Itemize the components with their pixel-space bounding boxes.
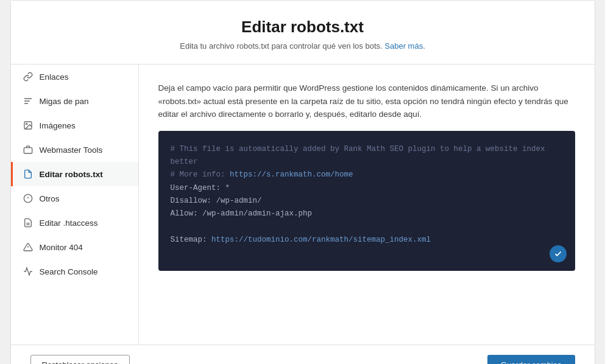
sidebar-item-label: Webmaster Tools xyxy=(40,145,103,155)
description-text: Deja el campo vacío para permitir que Wo… xyxy=(158,82,575,121)
save-button[interactable]: Guardar cambios xyxy=(487,355,575,364)
checkmark-icon xyxy=(554,250,562,258)
sidebar-item-searchconsole[interactable]: Search Console xyxy=(11,259,138,284)
reset-button[interactable]: Restablecer opciones xyxy=(30,355,130,364)
page-title: Editar robots.txt xyxy=(23,18,582,37)
body-layout: Enlaces Migas de pan Imágenes Webmaster … xyxy=(11,65,595,345)
code-editor[interactable]: # This file is automatically added by Ra… xyxy=(158,131,575,271)
doc-icon xyxy=(23,217,34,228)
sidebar-item-label: Editar robots.txt xyxy=(40,170,103,179)
main-container: Editar robots.txt Edita tu archivo robot… xyxy=(10,0,595,364)
main-content: Deja el campo vacío para permitir que Wo… xyxy=(139,65,595,345)
sidebar-item-label: Editar .htaccess xyxy=(40,219,98,228)
images-icon xyxy=(23,120,34,131)
page-header: Editar robots.txt Edita tu archivo robot… xyxy=(11,1,595,65)
sidebar-item-imagenes[interactable]: Imágenes xyxy=(11,113,138,138)
sidebar-item-label: Imágenes xyxy=(40,121,76,130)
sidebar: Enlaces Migas de pan Imágenes Webmaster … xyxy=(11,65,139,345)
check-badge xyxy=(550,245,567,262)
sidebar-item-htaccess[interactable]: Editar .htaccess xyxy=(11,211,138,235)
sidebar-item-otros[interactable]: Otros xyxy=(11,186,138,211)
svg-point-4 xyxy=(26,124,27,125)
link-icon xyxy=(23,71,34,82)
file-edit-icon xyxy=(23,169,34,180)
learn-more-link[interactable]: Saber más xyxy=(384,41,423,51)
sidebar-item-migas[interactable]: Migas de pan xyxy=(11,89,138,113)
sidebar-item-robots[interactable]: Editar robots.txt xyxy=(11,162,138,186)
circle-icon xyxy=(23,193,34,204)
chart-icon xyxy=(23,266,34,277)
sidebar-item-webmaster[interactable]: Webmaster Tools xyxy=(11,138,138,162)
sidebar-item-label: Search Console xyxy=(40,267,98,276)
page-description: Edita tu archivo robots.txt para control… xyxy=(23,41,582,51)
briefcase-icon xyxy=(23,144,34,155)
sidebar-item-label: Monitor 404 xyxy=(40,243,83,252)
warning-icon xyxy=(23,242,34,253)
breadcrumb-icon xyxy=(23,96,34,107)
sidebar-item-label: Migas de pan xyxy=(40,97,89,106)
sidebar-item-label: Otros xyxy=(40,194,60,203)
sidebar-item-enlaces[interactable]: Enlaces xyxy=(11,65,138,89)
sidebar-item-label: Enlaces xyxy=(40,72,69,82)
svg-rect-5 xyxy=(24,148,32,153)
sidebar-item-monitor404[interactable]: Monitor 404 xyxy=(11,235,138,259)
footer-actions: Restablecer opciones Guardar cambios xyxy=(11,345,595,364)
robots-content: # This file is automatically added by Ra… xyxy=(171,143,563,247)
